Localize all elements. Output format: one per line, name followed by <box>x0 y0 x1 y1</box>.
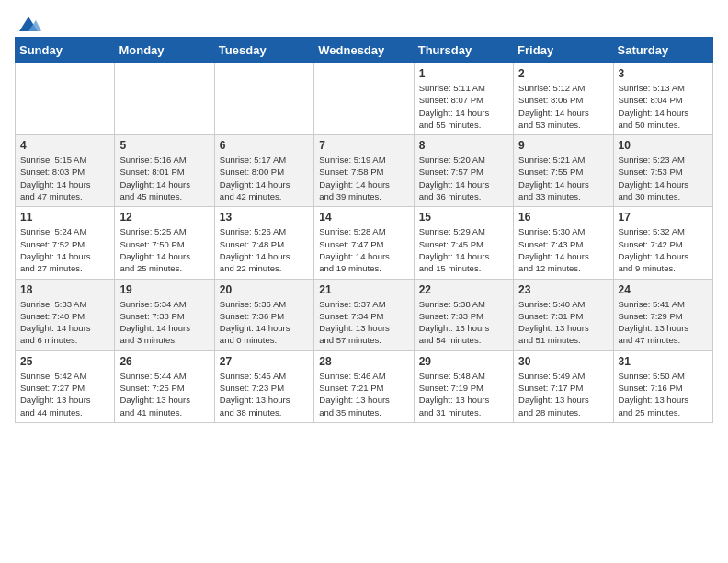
day-info: Sunrise: 5:20 AM Sunset: 7:57 PM Dayligh… <box>419 154 508 202</box>
calendar-week-row: 4Sunrise: 5:15 AM Sunset: 8:03 PM Daylig… <box>16 135 713 207</box>
day-number: 25 <box>20 355 109 368</box>
calendar-cell <box>214 63 313 135</box>
day-info: Sunrise: 5:50 AM Sunset: 7:16 PM Dayligh… <box>619 370 708 419</box>
calendar-cell: 17Sunrise: 5:32 AM Sunset: 7:42 PM Dayli… <box>613 207 712 279</box>
day-number: 6 <box>220 139 309 152</box>
day-number: 31 <box>619 355 708 368</box>
day-info: Sunrise: 5:28 AM Sunset: 7:47 PM Dayligh… <box>319 225 408 274</box>
calendar: SundayMondayTuesdayWednesdayThursdayFrid… <box>15 37 713 423</box>
calendar-cell <box>115 63 214 135</box>
day-info: Sunrise: 5:15 AM Sunset: 8:03 PM Dayligh… <box>20 154 109 202</box>
calendar-cell: 1Sunrise: 5:11 AM Sunset: 8:07 PM Daylig… <box>414 63 513 135</box>
calendar-cell: 4Sunrise: 5:15 AM Sunset: 8:03 PM Daylig… <box>16 135 115 207</box>
day-info: Sunrise: 5:42 AM Sunset: 7:27 PM Dayligh… <box>20 370 109 419</box>
day-info: Sunrise: 5:48 AM Sunset: 7:19 PM Dayligh… <box>419 370 508 419</box>
day-info: Sunrise: 5:33 AM Sunset: 7:40 PM Dayligh… <box>20 298 109 347</box>
day-info: Sunrise: 5:12 AM Sunset: 8:06 PM Dayligh… <box>518 82 608 131</box>
day-info: Sunrise: 5:30 AM Sunset: 7:43 PM Dayligh… <box>518 225 608 274</box>
day-info: Sunrise: 5:49 AM Sunset: 7:17 PM Dayligh… <box>518 370 608 419</box>
day-of-week-header: Wednesday <box>314 38 414 63</box>
day-number: 27 <box>220 355 309 368</box>
day-number: 22 <box>419 283 508 296</box>
calendar-cell: 19Sunrise: 5:34 AM Sunset: 7:38 PM Dayli… <box>115 279 214 350</box>
day-info: Sunrise: 5:44 AM Sunset: 7:25 PM Dayligh… <box>119 370 209 419</box>
day-number: 18 <box>20 283 109 296</box>
calendar-cell: 13Sunrise: 5:26 AM Sunset: 7:48 PM Dayli… <box>214 207 313 279</box>
day-number: 7 <box>319 139 408 152</box>
day-number: 30 <box>518 355 608 368</box>
day-number: 9 <box>518 139 608 152</box>
calendar-cell: 12Sunrise: 5:25 AM Sunset: 7:50 PM Dayli… <box>115 207 214 279</box>
calendar-cell: 2Sunrise: 5:12 AM Sunset: 8:06 PM Daylig… <box>514 63 613 135</box>
calendar-cell: 23Sunrise: 5:40 AM Sunset: 7:31 PM Dayli… <box>514 279 613 350</box>
day-number: 13 <box>220 211 309 224</box>
day-number: 3 <box>619 67 708 80</box>
day-number: 28 <box>319 355 408 368</box>
calendar-cell: 15Sunrise: 5:29 AM Sunset: 7:45 PM Dayli… <box>414 207 513 279</box>
page-header <box>15 15 713 29</box>
day-number: 4 <box>20 139 109 152</box>
day-of-week-header: Monday <box>115 38 214 63</box>
calendar-cell: 30Sunrise: 5:49 AM Sunset: 7:17 PM Dayli… <box>514 350 613 422</box>
day-info: Sunrise: 5:34 AM Sunset: 7:38 PM Dayligh… <box>119 298 209 347</box>
day-info: Sunrise: 5:29 AM Sunset: 7:45 PM Dayligh… <box>419 225 508 274</box>
day-of-week-header: Sunday <box>16 38 115 63</box>
day-number: 15 <box>419 211 508 224</box>
calendar-cell: 5Sunrise: 5:16 AM Sunset: 8:01 PM Daylig… <box>115 135 214 207</box>
day-number: 2 <box>518 67 608 80</box>
day-number: 14 <box>319 211 408 224</box>
day-info: Sunrise: 5:45 AM Sunset: 7:23 PM Dayligh… <box>220 370 309 419</box>
calendar-cell: 22Sunrise: 5:38 AM Sunset: 7:33 PM Dayli… <box>414 279 513 350</box>
day-info: Sunrise: 5:38 AM Sunset: 7:33 PM Dayligh… <box>419 298 508 347</box>
day-info: Sunrise: 5:11 AM Sunset: 8:07 PM Dayligh… <box>419 82 508 131</box>
day-of-week-header: Friday <box>514 38 613 63</box>
day-info: Sunrise: 5:19 AM Sunset: 7:58 PM Dayligh… <box>319 154 408 202</box>
calendar-week-row: 18Sunrise: 5:33 AM Sunset: 7:40 PM Dayli… <box>16 279 713 350</box>
day-info: Sunrise: 5:46 AM Sunset: 7:21 PM Dayligh… <box>319 370 408 419</box>
calendar-cell: 10Sunrise: 5:23 AM Sunset: 7:53 PM Dayli… <box>613 135 712 207</box>
day-of-week-header: Thursday <box>414 38 513 63</box>
day-info: Sunrise: 5:23 AM Sunset: 7:53 PM Dayligh… <box>619 154 708 202</box>
calendar-cell: 14Sunrise: 5:28 AM Sunset: 7:47 PM Dayli… <box>314 207 414 279</box>
day-of-week-header: Tuesday <box>214 38 313 63</box>
day-number: 11 <box>20 211 109 224</box>
day-number: 8 <box>419 139 508 152</box>
calendar-cell <box>16 63 115 135</box>
calendar-header-row: SundayMondayTuesdayWednesdayThursdayFrid… <box>16 38 713 63</box>
calendar-cell: 11Sunrise: 5:24 AM Sunset: 7:52 PM Dayli… <box>16 207 115 279</box>
logo-icon <box>16 15 41 33</box>
calendar-cell: 26Sunrise: 5:44 AM Sunset: 7:25 PM Dayli… <box>115 350 214 422</box>
calendar-week-row: 25Sunrise: 5:42 AM Sunset: 7:27 PM Dayli… <box>16 350 713 422</box>
day-number: 1 <box>419 67 508 80</box>
day-info: Sunrise: 5:17 AM Sunset: 8:00 PM Dayligh… <box>220 154 309 202</box>
day-info: Sunrise: 5:32 AM Sunset: 7:42 PM Dayligh… <box>619 225 708 274</box>
calendar-cell: 9Sunrise: 5:21 AM Sunset: 7:55 PM Daylig… <box>514 135 613 207</box>
day-info: Sunrise: 5:40 AM Sunset: 7:31 PM Dayligh… <box>518 298 608 347</box>
day-number: 29 <box>419 355 508 368</box>
calendar-cell: 27Sunrise: 5:45 AM Sunset: 7:23 PM Dayli… <box>214 350 313 422</box>
day-of-week-header: Saturday <box>613 38 712 63</box>
day-number: 10 <box>619 139 708 152</box>
day-info: Sunrise: 5:26 AM Sunset: 7:48 PM Dayligh… <box>220 225 309 274</box>
day-info: Sunrise: 5:13 AM Sunset: 8:04 PM Dayligh… <box>619 82 708 131</box>
day-number: 19 <box>119 283 209 296</box>
day-info: Sunrise: 5:24 AM Sunset: 7:52 PM Dayligh… <box>20 225 109 274</box>
calendar-cell: 3Sunrise: 5:13 AM Sunset: 8:04 PM Daylig… <box>613 63 712 135</box>
logo <box>15 15 42 29</box>
day-info: Sunrise: 5:21 AM Sunset: 7:55 PM Dayligh… <box>518 154 608 202</box>
calendar-cell: 25Sunrise: 5:42 AM Sunset: 7:27 PM Dayli… <box>16 350 115 422</box>
calendar-cell <box>314 63 414 135</box>
calendar-cell: 28Sunrise: 5:46 AM Sunset: 7:21 PM Dayli… <box>314 350 414 422</box>
day-number: 17 <box>619 211 708 224</box>
day-number: 16 <box>518 211 608 224</box>
calendar-cell: 18Sunrise: 5:33 AM Sunset: 7:40 PM Dayli… <box>16 279 115 350</box>
calendar-cell: 8Sunrise: 5:20 AM Sunset: 7:57 PM Daylig… <box>414 135 513 207</box>
day-info: Sunrise: 5:16 AM Sunset: 8:01 PM Dayligh… <box>119 154 209 202</box>
calendar-week-row: 11Sunrise: 5:24 AM Sunset: 7:52 PM Dayli… <box>16 207 713 279</box>
day-info: Sunrise: 5:36 AM Sunset: 7:36 PM Dayligh… <box>220 298 309 347</box>
day-info: Sunrise: 5:41 AM Sunset: 7:29 PM Dayligh… <box>619 298 708 347</box>
day-number: 21 <box>319 283 408 296</box>
calendar-cell: 16Sunrise: 5:30 AM Sunset: 7:43 PM Dayli… <box>514 207 613 279</box>
day-number: 5 <box>119 139 209 152</box>
calendar-cell: 20Sunrise: 5:36 AM Sunset: 7:36 PM Dayli… <box>214 279 313 350</box>
